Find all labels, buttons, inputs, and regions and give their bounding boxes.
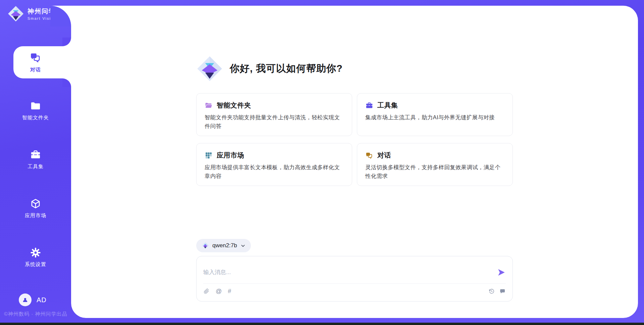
- card-chat[interactable]: 对话 灵活切换多模型文件，支持多样回复效果调试，满足个性化需求: [357, 143, 513, 186]
- sidebar-item-label: 应用市场: [25, 212, 46, 219]
- chat-bubbles-icon: [30, 52, 42, 64]
- card-title: 对话: [377, 151, 391, 160]
- sidebar-item-label: 智能文件夹: [22, 115, 49, 121]
- card-description: 集成市场上主流工具，助力AI与外界无缝扩展与对接: [365, 113, 504, 122]
- user-initials: AD: [37, 296, 47, 304]
- model-name: qwen2:7b: [212, 242, 237, 249]
- copyright-text: ©神州数码 · 神州问学出品: [4, 311, 67, 317]
- bottom-edge-strip: [0, 323, 644, 325]
- active-tab-fillet-top: [62, 38, 71, 46]
- brand: 神州问学 Smart Vision: [7, 5, 56, 22]
- message-input[interactable]: [203, 269, 497, 276]
- sidebar-item-label: 工具集: [28, 164, 44, 170]
- page-title: 你好, 我可以如何帮助你?: [230, 62, 343, 75]
- avatar: [19, 294, 32, 306]
- model-selector[interactable]: qwen2:7b: [196, 239, 251, 252]
- send-icon[interactable]: [497, 268, 506, 277]
- card-description: 智能文件夹功能支持批量文件上传与清洗，轻松实现文件问答: [205, 113, 344, 130]
- toolbox-icon: [30, 149, 41, 160]
- sidebar-item-settings[interactable]: 系统设置: [0, 241, 71, 273]
- sidebar: 神州问学 Smart Vision 对话 智能文件夹: [0, 0, 71, 325]
- panel-top-swoosh: [50, 6, 71, 26]
- sidebar-item-smart-folder[interactable]: 智能文件夹: [0, 94, 71, 127]
- card-title: 应用市场: [217, 151, 244, 160]
- sidebar-item-label: 对话: [30, 67, 41, 73]
- card-app-market[interactable]: 应用市场 应用市场提供丰富长文本模板，助力高效生成多样化文章内容: [196, 143, 352, 186]
- chat-bubbles-icon: [365, 151, 373, 159]
- grid-blocks-icon: [205, 151, 213, 159]
- hashtag-icon[interactable]: #: [228, 288, 231, 294]
- card-title: 工具集: [377, 101, 398, 110]
- folder-open-icon: [205, 102, 213, 110]
- mention-icon[interactable]: @: [216, 288, 222, 294]
- sidebar-item-app-market[interactable]: 应用市场: [0, 192, 71, 224]
- sidebar-item-toolset[interactable]: 工具集: [0, 143, 71, 176]
- card-toolset[interactable]: 工具集 集成市场上主流工具，助力AI与外界无缝扩展与对接: [357, 93, 513, 136]
- card-smart-folder[interactable]: 智能文件夹 智能文件夹功能支持批量文件上传与清洗，轻松实现文件问答: [196, 93, 352, 136]
- toolbox-icon: [365, 102, 373, 110]
- cube-icon: [30, 198, 41, 209]
- card-description: 灵活切换多模型文件，支持多样回复效果调试，满足个性化需求: [365, 163, 504, 180]
- feature-cards: 智能文件夹 智能文件夹功能支持批量文件上传与清洗，轻松实现文件问答: [196, 93, 513, 186]
- gear-icon: [30, 247, 41, 258]
- welcome-header: 你好, 我可以如何帮助你?: [196, 55, 513, 82]
- folder-icon: [30, 100, 41, 112]
- feedback-icon[interactable]: [499, 288, 506, 295]
- sidebar-item-chat[interactable]: 对话: [0, 46, 71, 78]
- attachment-icon[interactable]: [203, 288, 210, 295]
- active-tab-fillet-bottom: [62, 78, 71, 87]
- chevron-down-icon: [240, 243, 246, 248]
- model-logo-icon: [202, 242, 209, 249]
- card-title: 智能文件夹: [217, 101, 251, 110]
- main-panel: 你好, 我可以如何帮助你? 智能文件夹 智能文件夹功能支持批量文件上传与清洗，轻…: [71, 6, 638, 318]
- welcome-logo-icon: [196, 55, 223, 82]
- composer: qwen2:7b: [196, 239, 513, 302]
- user-profile[interactable]: AD: [19, 294, 47, 306]
- brand-logo-icon: [7, 5, 24, 22]
- message-input-box: @ #: [196, 256, 513, 302]
- sidebar-item-label: 系统设置: [25, 261, 46, 268]
- card-description: 应用市场提供丰富长文本模板，助力高效生成多样化文章内容: [205, 163, 344, 180]
- history-icon[interactable]: [488, 288, 495, 295]
